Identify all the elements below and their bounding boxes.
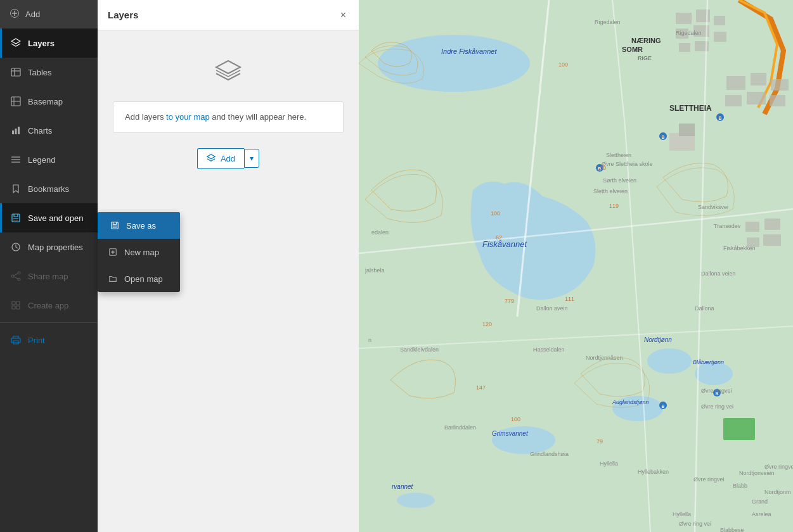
legend-icon — [10, 154, 22, 165]
svg-text:Nordtjonm: Nordtjonm — [764, 489, 791, 495]
svg-text:Sandviksvei: Sandviksvei — [698, 204, 728, 210]
svg-text:Rigedalen: Rigedalen — [595, 19, 621, 25]
svg-text:Blåbærtjønn: Blåbærtjønn — [693, 359, 724, 365]
svg-text:Fiskåvannet: Fiskåvannet — [482, 239, 527, 249]
svg-text:Øvre ring vei: Øvre ring vei — [679, 521, 711, 527]
sidebar-item-map-properties[interactable]: Map properties — [0, 232, 98, 262]
svg-rect-41 — [751, 73, 766, 86]
svg-rect-32 — [676, 13, 692, 24]
sidebar-create-app-label: Create app — [28, 301, 68, 310]
dropdown-item-new-map[interactable]: New map — [98, 239, 180, 265]
svg-point-15 — [18, 272, 20, 274]
print-icon — [10, 334, 22, 346]
layers-header: Layers × — [98, 0, 359, 30]
svg-rect-13 — [12, 214, 20, 222]
svg-point-16 — [11, 275, 14, 277]
add-layer-dropdown-button[interactable]: ▾ — [244, 149, 259, 168]
sidebar-basemap-label: Basemap — [28, 97, 63, 106]
svg-text:Sørth elveien: Sørth elveien — [603, 177, 636, 184]
svg-text:100: 100 — [558, 61, 568, 68]
sidebar-item-layers[interactable]: Layers — [0, 28, 98, 58]
close-button[interactable]: × — [338, 7, 349, 23]
svg-text:Øvre Slettheia skole: Øvre Slettheia skole — [602, 161, 653, 167]
chevron-down-icon: ▾ — [250, 154, 254, 163]
svg-text:Grand: Grand — [752, 498, 768, 505]
svg-text:Asrelea: Asrelea — [752, 511, 771, 517]
layers-empty-message: Add layers to your map and they will app… — [113, 101, 344, 133]
sidebar-item-bookmarks[interactable]: Bookmarks — [0, 174, 98, 203]
sidebar-item-save-and-open[interactable]: Save and open — [0, 203, 98, 232]
dropdown-open-map-label: Open map — [124, 274, 163, 284]
dropdown-item-save-as[interactable]: Save as — [98, 212, 180, 239]
map-area[interactable]: B B B B B Indre Fiskåvannet Fiskåvannet … — [359, 0, 793, 532]
sidebar-bookmarks-label: Bookmarks — [28, 184, 69, 194]
svg-text:Blabbese: Blabbese — [720, 527, 744, 532]
svg-text:100: 100 — [596, 165, 606, 171]
dropdown-item-open-map[interactable]: Open map — [98, 265, 180, 292]
svg-point-27 — [647, 348, 692, 374]
svg-text:edalen: edalen — [371, 229, 389, 236]
svg-text:Indre Fiskåvannet: Indre Fiskåvannet — [441, 48, 497, 55]
svg-rect-40 — [726, 76, 745, 90]
svg-text:Grimsvannet: Grimsvannet — [492, 430, 529, 437]
svg-text:NÆRING: NÆRING — [631, 37, 661, 44]
svg-text:Auglandstjønn: Auglandstjønn — [612, 399, 649, 405]
sidebar-item-print[interactable]: Print — [0, 326, 98, 355]
sidebar-item-legend[interactable]: Legend — [0, 145, 98, 174]
svg-point-31 — [397, 493, 435, 508]
dropdown-new-map-label: New map — [124, 248, 159, 257]
sidebar-map-properties-label: Map properties — [28, 243, 83, 252]
svg-text:100: 100 — [511, 416, 520, 422]
svg-text:119: 119 — [609, 203, 619, 209]
sidebar-item-create-app: Create app — [0, 291, 98, 320]
layers-icon — [10, 37, 22, 49]
svg-text:SOMR: SOMR — [622, 46, 643, 53]
svg-text:Slettheien: Slettheien — [606, 152, 631, 158]
svg-text:Barlinddalen: Barlinddalen — [444, 424, 476, 431]
svg-text:779: 779 — [505, 298, 514, 304]
svg-rect-53 — [679, 124, 695, 136]
sidebar-legend-label: Legend — [28, 155, 55, 165]
layers-stack-icon — [213, 56, 243, 86]
svg-text:62: 62 — [496, 234, 502, 241]
sidebar-item-tables[interactable]: Tables — [0, 58, 98, 87]
svg-rect-44 — [747, 92, 766, 104]
dropdown-save-as-label: Save as — [126, 221, 156, 231]
svg-text:B: B — [718, 116, 721, 120]
svg-rect-22 — [12, 306, 15, 309]
svg-text:Nordtjønn: Nordtjønn — [644, 336, 672, 343]
svg-rect-23 — [16, 306, 20, 309]
svg-text:Dallon avein: Dallon avein — [536, 305, 568, 312]
map-svg: B B B B B Indre Fiskåvannet Fiskåvannet … — [359, 0, 793, 532]
svg-text:n: n — [368, 337, 371, 343]
layers-panel-title: Layers — [108, 10, 138, 20]
add-layer-button[interactable]: Add — [197, 148, 244, 169]
sidebar-divider — [0, 322, 98, 323]
svg-text:111: 111 — [565, 296, 574, 302]
sidebar-item-add[interactable]: Add — [0, 0, 98, 28]
svg-text:Hyllella: Hyllella — [600, 460, 618, 467]
svg-rect-120 — [112, 222, 119, 229]
save-and-open-dropdown: Save as New map Open map — [98, 212, 180, 292]
sidebar-share-label: Share map — [28, 272, 68, 281]
svg-rect-42 — [771, 79, 789, 91]
add-layer-button-group: Add ▾ — [197, 148, 259, 169]
svg-rect-7 — [12, 130, 14, 134]
sidebar-item-basemap[interactable]: Basemap — [0, 87, 98, 116]
svg-text:Transedev: Transedev — [714, 223, 741, 229]
sidebar-item-charts[interactable]: Charts — [0, 116, 98, 145]
svg-text:79: 79 — [596, 438, 603, 445]
svg-text:SLETTHEIA: SLETTHEIA — [669, 104, 712, 113]
svg-rect-49 — [763, 234, 781, 246]
svg-text:Nordtjonveien: Nordtjonveien — [739, 470, 775, 476]
svg-rect-43 — [725, 95, 742, 106]
svg-text:Øvre ringvel: Øvre ringvel — [764, 464, 793, 470]
svg-text:Øvre ringvei: Øvre ringvei — [701, 388, 732, 394]
add-layer-btn-icon — [207, 153, 216, 164]
svg-text:100: 100 — [491, 210, 500, 217]
svg-text:Sletth elveien: Sletth elveien — [593, 188, 628, 194]
svg-text:Hyllella: Hyllella — [673, 511, 691, 517]
svg-rect-47 — [764, 218, 780, 230]
svg-text:B: B — [661, 135, 664, 139]
save-as-icon — [110, 220, 120, 231]
